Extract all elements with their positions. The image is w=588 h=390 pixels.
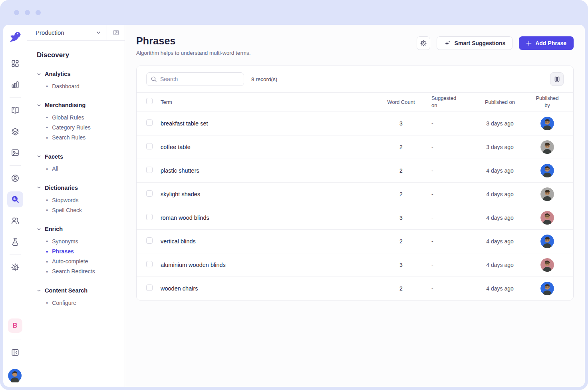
cell-term: breakfast table set bbox=[157, 120, 377, 127]
publisher-avatar[interactable] bbox=[540, 117, 554, 130]
row-checkbox[interactable] bbox=[146, 237, 153, 244]
sidebar-item-search-redirects[interactable]: • Search Redirects bbox=[37, 267, 115, 277]
chevron-down-icon[interactable] bbox=[96, 30, 101, 35]
sidebar-item-auto-complete[interactable]: • Auto-complete bbox=[37, 257, 115, 267]
current-user-avatar[interactable] bbox=[8, 369, 22, 383]
smart-suggestions-button[interactable]: Smart Suggestions bbox=[437, 36, 513, 50]
cell-published-on: 3 days ago bbox=[469, 144, 531, 150]
sidebar-section-content-search[interactable]: Content Search bbox=[37, 284, 115, 297]
dashboard-icon[interactable] bbox=[11, 59, 20, 68]
org-badge[interactable]: B bbox=[8, 318, 22, 333]
cell-published-on: 4 days ago bbox=[469, 238, 531, 245]
publisher-avatar[interactable] bbox=[540, 164, 554, 177]
publisher-avatar[interactable] bbox=[540, 282, 554, 295]
cell-word-count: 3 bbox=[377, 120, 425, 127]
open-external-button[interactable] bbox=[107, 29, 125, 36]
row-checkbox[interactable] bbox=[146, 285, 153, 291]
table-row[interactable]: roman wood blinds 3 - 4 days ago bbox=[137, 206, 573, 229]
select-all-checkbox[interactable] bbox=[146, 98, 153, 104]
row-checkbox[interactable] bbox=[146, 143, 153, 149]
publisher-avatar[interactable] bbox=[540, 187, 554, 201]
phrases-table-card: 8 record(s) Term Word Count Suggested on… bbox=[136, 66, 574, 300]
external-link-icon bbox=[113, 29, 119, 36]
row-checkbox[interactable] bbox=[146, 167, 153, 173]
bullet-icon: • bbox=[46, 124, 48, 130]
toggle-columns-button[interactable] bbox=[550, 72, 564, 86]
sidebar-section-enrich[interactable]: Enrich bbox=[37, 222, 115, 236]
publisher-avatar[interactable] bbox=[540, 235, 554, 248]
sidebar-item-stopwords[interactable]: • Stopwords bbox=[37, 195, 115, 205]
sidebar: Production Discovery Analytics bbox=[27, 25, 125, 387]
sidebar-item-label: Auto-complete bbox=[52, 258, 88, 265]
sidebar-item-synonyms[interactable]: • Synonyms bbox=[37, 236, 115, 246]
sidebar-item-label: Stopwords bbox=[52, 197, 78, 203]
table-row[interactable]: skylight shades 2 - 4 days ago bbox=[137, 182, 573, 206]
search-input[interactable] bbox=[160, 76, 240, 82]
sidebar-item-phrases[interactable]: • Phrases bbox=[37, 247, 115, 257]
table-row[interactable]: breakfast table set 3 - 3 days ago bbox=[137, 111, 573, 135]
sidebar-item-category-rules[interactable]: • Category Rules bbox=[37, 122, 115, 132]
phrases-settings-button[interactable] bbox=[417, 36, 430, 50]
table-row[interactable]: plastic shutters 2 - 4 days ago bbox=[137, 159, 573, 182]
sidebar-item-global-rules[interactable]: • Global Rules bbox=[37, 112, 115, 122]
col-header-suggested-on[interactable]: Suggested on bbox=[425, 95, 469, 109]
sidebar-section-dictionaries[interactable]: Dictionaries bbox=[37, 181, 115, 195]
analytics-icon[interactable] bbox=[11, 80, 20, 89]
window-dot[interactable] bbox=[36, 10, 41, 15]
cell-published-on: 4 days ago bbox=[469, 191, 531, 197]
main-content: Phrases Algorithm helps to understand mu… bbox=[125, 25, 585, 387]
page-subtitle: Algorithm helps to understand multi-word… bbox=[136, 50, 251, 56]
table-row[interactable]: aluminium wooden blinds 3 - 4 days ago bbox=[137, 253, 573, 277]
col-header-word-count[interactable]: Word Count bbox=[377, 99, 425, 105]
team-icon[interactable] bbox=[11, 216, 20, 225]
col-header-published-on[interactable]: Published on bbox=[469, 99, 531, 105]
sidebar-item-search-rules[interactable]: • Search Rules bbox=[37, 133, 115, 143]
bullet-icon: • bbox=[46, 197, 48, 203]
row-checkbox[interactable] bbox=[146, 261, 153, 267]
sidebar-title: Discovery bbox=[37, 51, 115, 59]
collapse-sidebar-icon[interactable] bbox=[11, 348, 20, 357]
row-checkbox[interactable] bbox=[146, 119, 153, 126]
col-header-term[interactable]: Term bbox=[157, 99, 377, 105]
table-row[interactable]: vertical blinds 2 - 4 days ago bbox=[137, 229, 573, 253]
environment-select[interactable]: Production bbox=[27, 29, 96, 36]
sidebar-item-label: Global Rules bbox=[52, 114, 84, 121]
cell-word-count: 2 bbox=[377, 285, 425, 292]
media-icon[interactable] bbox=[11, 148, 20, 157]
window-dot[interactable] bbox=[25, 10, 30, 15]
search-box bbox=[146, 72, 244, 86]
sidebar-item-spell-check[interactable]: • Spell Check bbox=[37, 205, 115, 215]
cell-term: aluminium wooden blinds bbox=[157, 262, 377, 268]
publisher-avatar[interactable] bbox=[540, 211, 554, 225]
discovery-search-icon[interactable] bbox=[7, 191, 23, 207]
sidebar-section-facets[interactable]: Facets bbox=[37, 150, 115, 163]
sidebar-item-label: Spell Check bbox=[52, 207, 82, 213]
sidebar-section-analytics[interactable]: Analytics bbox=[37, 67, 115, 81]
settings-icon[interactable] bbox=[11, 263, 20, 272]
experiments-icon[interactable] bbox=[11, 237, 20, 246]
sidebar-item-configure[interactable]: • Configure bbox=[37, 298, 115, 308]
sidebar-item-dashboard[interactable]: • Dashboard bbox=[37, 81, 115, 91]
catalog-icon[interactable] bbox=[11, 106, 20, 115]
table-row[interactable]: coffee table 2 - 3 days ago bbox=[137, 135, 573, 159]
collections-icon[interactable] bbox=[11, 127, 20, 136]
col-header-published-by[interactable]: Published by bbox=[531, 95, 564, 109]
table-row[interactable]: wooden chairs 2 - 4 days ago bbox=[137, 277, 573, 300]
cell-word-count: 2 bbox=[377, 191, 425, 197]
publisher-avatar[interactable] bbox=[540, 140, 554, 154]
chevron-down-icon bbox=[37, 185, 41, 190]
sidebar-item-all[interactable]: • All bbox=[37, 164, 115, 174]
add-phrase-button[interactable]: Add Phrase bbox=[519, 36, 574, 50]
chevron-down-icon bbox=[37, 227, 41, 231]
plus-icon bbox=[526, 40, 532, 46]
bullet-icon: • bbox=[46, 269, 48, 275]
columns-icon bbox=[553, 76, 560, 83]
page-title: Phrases bbox=[136, 35, 251, 47]
publisher-avatar[interactable] bbox=[540, 258, 554, 272]
account-icon[interactable] bbox=[11, 174, 20, 183]
cell-word-count: 2 bbox=[377, 167, 425, 174]
sidebar-section-merchandising[interactable]: Merchandising bbox=[37, 98, 115, 112]
window-dot[interactable] bbox=[14, 10, 19, 15]
row-checkbox[interactable] bbox=[146, 190, 153, 197]
row-checkbox[interactable] bbox=[146, 214, 153, 220]
